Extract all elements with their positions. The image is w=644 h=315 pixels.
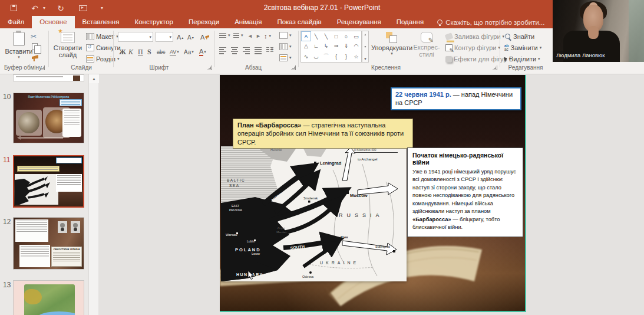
tab-design[interactable]: Конструктор [127, 16, 181, 28]
tab-review[interactable]: Рецензування [329, 16, 389, 28]
tab-animations[interactable]: Анімація [227, 16, 269, 28]
map-label-odessa: Odessa [302, 275, 314, 278]
shape-outline-button[interactable]: Контур фігури▾ [445, 44, 500, 51]
shape-scribble[interactable]: ∿ [301, 51, 311, 62]
shape-fill-button[interactable]: Заливка фігури▾ [445, 33, 504, 40]
cut-button[interactable]: ✂ [31, 32, 37, 41]
plan-lead: План «Барбаросса» [237, 122, 301, 129]
tab-transitions[interactable]: Переходи [181, 16, 227, 28]
clipboard-dialog-launcher[interactable] [40, 65, 45, 70]
clear-format-eraser-icon [205, 35, 209, 40]
line-spacing-button[interactable]: ↕▾ [264, 32, 271, 40]
find-button[interactable]: Знайти [504, 33, 534, 40]
shape-curve[interactable]: ⌒ [321, 51, 331, 62]
tab-view[interactable]: Подання [389, 16, 431, 28]
shape-curve-down[interactable]: ◡ [311, 51, 321, 62]
shape-elbow[interactable]: ∟ [311, 41, 321, 51]
quick-styles-button[interactable]: Експрес- стилі [411, 32, 442, 58]
underline-button[interactable]: П [138, 47, 143, 57]
font-name-combo[interactable]: ▾ [118, 32, 153, 42]
shape-left-brace[interactable]: { [331, 51, 341, 62]
gallery-more-icon[interactable]: ▼ [364, 57, 367, 61]
tell-me-search[interactable]: Скажіть, що потрібно зробити... [437, 16, 544, 28]
numbering-button[interactable]: ▾ [233, 33, 243, 38]
text-direction-button[interactable]: ▾ [279, 32, 292, 39]
character-spacing-button[interactable]: AV▾ [170, 47, 179, 57]
thumbnail-slide-13[interactable] [13, 280, 84, 315]
shape-arc[interactable]: ◠ [351, 41, 361, 51]
slide-canvas[interactable]: BALTIC SEA Helsinki Leningrad to Archang… [220, 75, 526, 312]
replace-button[interactable]: abacЗамінити▾ [504, 44, 541, 51]
new-slide-button[interactable]: Створити слайд [52, 32, 84, 58]
thumbnail-scrollbar[interactable]: ▲ [88, 74, 98, 315]
shape-rectangle[interactable]: □ [331, 31, 341, 41]
shape-right-brace[interactable]: } [341, 51, 351, 62]
section-button[interactable]: Розділ▾ [86, 55, 119, 63]
thumb11-map [15, 174, 58, 205]
war-description-box[interactable]: Початок німецько-радянської війни Уже в … [407, 147, 523, 237]
shape-arrow-line[interactable]: ╲ [321, 31, 331, 41]
copy-button[interactable] [32, 43, 38, 50]
thumb12-text-box-top [15, 219, 48, 242]
tab-home[interactable]: Основне [32, 16, 74, 28]
change-case-button[interactable]: Aa▾ [184, 47, 194, 57]
shape-triangle[interactable]: △ [301, 41, 311, 51]
thumb11-text-box [56, 174, 82, 192]
thumbnail-slide-11-selected[interactable] [13, 155, 84, 208]
shape-right-arrow[interactable]: ⇒ [331, 41, 341, 51]
paragraph-dialog-launcher[interactable] [291, 65, 296, 70]
thumbnail-slide-9-partial[interactable] [13, 74, 84, 81]
map-label-east-prussia-2: PRUSSIA [229, 208, 243, 212]
align-left-button[interactable] [219, 47, 226, 54]
shape-rounded-rectangle[interactable]: ▭ [351, 31, 361, 41]
font-dialog-launcher[interactable] [207, 65, 212, 70]
shape-textbox[interactable]: A [301, 31, 311, 41]
gallery-down-icon[interactable]: ▼ [364, 45, 367, 48]
reset-button[interactable]: Скинути [86, 44, 121, 51]
barbarossa-map-image[interactable]: BALTIC SEA Helsinki Leningrad to Archang… [221, 146, 407, 281]
date-text-box[interactable]: 22 червня 1941 р. — напад Німеччини на С… [391, 87, 521, 110]
strikethrough-button[interactable]: S [147, 47, 151, 57]
scrollbar-up-icon[interactable]: ▲ [89, 74, 99, 83]
shape-star[interactable]: ☆ [351, 51, 361, 62]
section-icon [86, 55, 94, 63]
tab-file[interactable]: Файл [0, 16, 32, 28]
tab-insert[interactable]: Вставлення [75, 16, 127, 28]
shape-down-arrow[interactable]: ⇓ [341, 41, 351, 51]
thumbnail-slide-10[interactable]: Пакт Молотова-Ріббентропа [13, 93, 84, 143]
grow-font-button[interactable]: A▴ [177, 32, 183, 42]
increase-indent-icon: ► [256, 33, 261, 39]
bold-button[interactable]: Ж [119, 47, 126, 57]
shrink-font-button[interactable]: A▾ [187, 32, 194, 42]
justify-button[interactable] [255, 47, 262, 54]
gallery-up-icon[interactable]: ▲ [364, 33, 367, 36]
paste-button[interactable]: Вставити ▾ [4, 32, 34, 60]
text-shadow-button[interactable]: abc [157, 47, 166, 57]
select-button[interactable]: Виділити▾ [504, 55, 540, 63]
tab-slideshow[interactable]: Показ слайдів [269, 16, 329, 28]
align-text-button[interactable]: ▾ [279, 43, 292, 50]
map-label-lublin: Lublin [247, 239, 255, 243]
war-box-title: Початок німецько-радянської війни [412, 152, 518, 166]
smartart-button[interactable]: ▾ [279, 54, 292, 61]
shape-effects-button[interactable]: Ефекти для фігур▾ [445, 55, 511, 63]
bullets-button[interactable]: ▾ [219, 33, 230, 38]
map-label-ukraine: UKRAINE [320, 261, 359, 265]
font-size-combo[interactable]: ▾ [156, 32, 173, 42]
columns-button[interactable]: ▾ [266, 47, 273, 52]
align-right-button[interactable] [243, 47, 250, 54]
decrease-indent-button[interactable]: ◄ [247, 33, 253, 39]
align-center-button[interactable] [231, 47, 238, 54]
shape-oval[interactable]: ○ [341, 31, 351, 41]
font-color-button[interactable]: A▾ [199, 47, 206, 57]
thumbnail-slide-12[interactable]: САМОСТІЙНА УКРАЇНА [13, 217, 84, 270]
plan-barbarossa-box[interactable]: План «Барбаросса» — стратегічна наступал… [233, 119, 413, 149]
shape-elbow-arrow[interactable]: ↳ [321, 41, 331, 51]
format-painter-button[interactable] [32, 55, 38, 61]
shape-line[interactable]: ╲ [311, 31, 321, 41]
increase-indent-button[interactable]: ► [256, 33, 261, 39]
clear-formatting-button[interactable]: A [200, 32, 209, 42]
italic-button[interactable]: К [128, 47, 133, 57]
drawing-dialog-launcher[interactable] [493, 65, 497, 70]
arrange-button[interactable]: Упорядкувати ▾ [372, 32, 411, 56]
